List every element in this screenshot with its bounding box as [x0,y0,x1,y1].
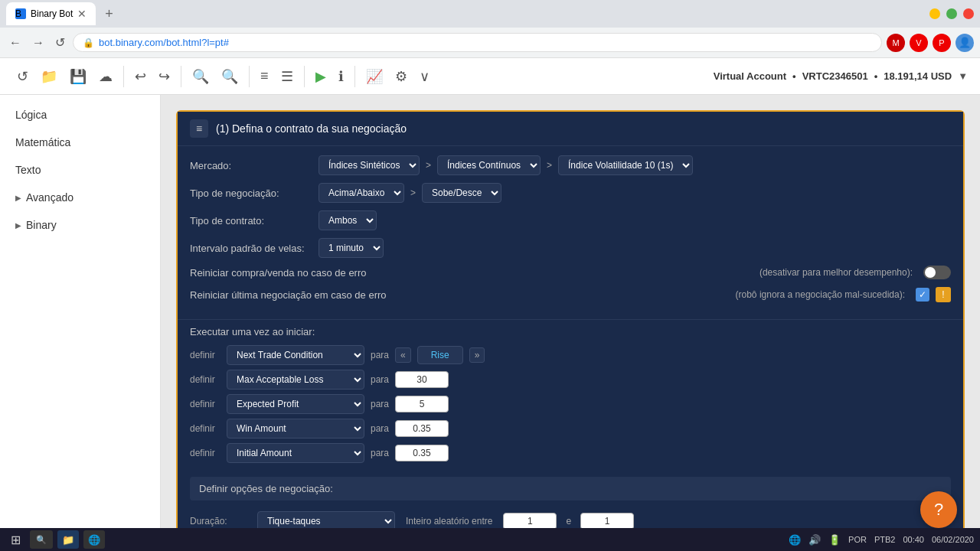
refresh-tool-button[interactable]: ↺ [12,64,33,90]
exec-select-2[interactable]: Expected Profit [227,394,364,414]
mercado-select-3[interactable]: Índice Volatilidade 10 (1s) [558,155,693,175]
exec-definir-3: definir [190,423,220,434]
exec-select-3[interactable]: Win Amount [227,419,364,439]
undo-button[interactable]: ↩ [130,64,151,90]
block-title: (1) Defina o contrato da sua negociação [216,122,407,135]
trade-options-section: Definir opções de negociação: Duração: T… [190,477,951,534]
vpn-icon[interactable]: V [910,34,928,52]
info-button[interactable]: ℹ [334,64,348,90]
mercado-row: Mercado: Índices Sintéticos > Índices Co… [190,155,951,175]
contract-block: ≡ (1) Defina o contrato da sua negociaçã… [176,110,965,545]
exec-input-3[interactable] [395,420,449,437]
exec-row-1: definir Max Acceptable Loss para [190,370,951,390]
exec-input-4[interactable] [395,445,449,461]
zoom-out-button[interactable]: 🔍 [188,64,214,90]
reiniciar1-label: Reiniciar compra/venda no caso de erro [190,267,749,279]
redo-button[interactable]: ↪ [154,64,175,90]
extensions-icon[interactable]: M [887,34,905,52]
open-file-button[interactable]: 📁 [36,64,62,90]
forward-button[interactable]: → [29,33,47,53]
reiniciar2-checkbox[interactable]: ✓ [916,288,929,302]
exec-select-4[interactable]: Initial Amount [227,443,364,463]
sidebar-item-avancado[interactable]: Avançado [0,184,160,211]
exec-select-1[interactable]: Max Acceptable Loss [227,370,364,390]
intervalo-row: Intervalo padrão de velas: 1 minuto [190,238,951,258]
sidebar-item-logica[interactable]: Lógica [0,101,160,129]
contrato-label: Tipo de contrato: [190,215,312,227]
quote-left-0[interactable]: « [395,347,411,363]
exec-select-0[interactable]: Next Trade Condition [227,345,364,365]
separator-3 [249,66,250,87]
browser-titlebar: B Binary Bot ✕ + [0,0,980,28]
exec-input-2[interactable] [395,396,449,412]
exec-row-0: definir Next Trade Condition para « Rise… [190,345,951,365]
random-label: Inteiro aleatório entre [406,516,492,527]
sidebar-item-texto[interactable]: Texto [0,156,160,184]
sidebar-label-matematica: Matemática [15,136,70,148]
sidebar-item-binary[interactable]: Binary [0,211,160,239]
quote-right-0[interactable]: » [469,347,485,363]
browser-tab[interactable]: B Binary Bot ✕ [6,2,96,25]
taskbar-search[interactable]: 🔍 [30,530,53,549]
help-button[interactable]: ? [920,491,957,528]
cloud-button[interactable]: ☁ [94,64,117,90]
save-button[interactable]: 💾 [65,64,91,90]
zoom-in-button[interactable]: 🔍 [217,64,243,90]
taskbar-right: 🌐 🔊 🔋 POR PTB2 00:40 06/02/2020 [789,534,974,546]
exec-para-4: para [371,448,389,458]
arrow-icon-3: > [410,187,416,198]
settings-button[interactable]: ⚙ [390,64,412,90]
refresh-button[interactable]: ↺ [52,32,68,53]
sidebar-item-matematica[interactable]: Matemática [0,129,160,156]
arrow-icon-1: > [426,160,431,171]
list-view-button[interactable]: ≡ [256,64,273,89]
random-val1-input[interactable] [503,513,557,530]
address-text: bot.binary.com/bot.html?l=pt# [99,37,872,48]
execute-label: Executar uma vez ao iniciar: [178,319,963,342]
new-tab-button[interactable]: + [102,6,116,22]
taskbar-battery-icon: 🔋 [828,534,841,546]
window-minimize-button[interactable] [929,8,940,19]
window-maximize-button[interactable] [946,8,957,19]
tab-favicon: B [15,8,26,19]
avatar-icon[interactable]: 👤 [956,34,974,52]
main-layout: Lógica Matemática Texto Avançado Binary … [0,95,980,551]
chart-button[interactable]: 📈 [361,64,387,90]
warning-icon[interactable]: ! [936,287,951,302]
app-toolbar: ↺ 📁 💾 ☁ ↩ ↪ 🔍 🔍 ≡ ☰ ▶ ℹ 📈 ⚙ ∨ Virtual Ac… [0,58,980,95]
grid-view-button[interactable]: ☰ [276,64,298,90]
plugin-icon[interactable]: P [933,34,951,52]
account-dropdown-button[interactable]: ▼ [958,70,968,82]
mercado-select-2[interactable]: Índices Contínuos [437,155,541,175]
block-header-icon: ≡ [190,119,208,138]
form-section: Mercado: Índices Sintéticos > Índices Co… [178,146,963,319]
sidebar-label-logica: Lógica [15,109,47,121]
start-button[interactable]: ⊞ [6,531,25,549]
exec-definir-2: definir [190,399,220,409]
reiniciar2-row: Reiniciar última negociação em caso de e… [190,287,951,302]
negociacao-select-1[interactable]: Acima/Abaixo [318,183,404,203]
back-button[interactable]: ← [6,33,24,53]
taskbar-explorer[interactable]: 📁 [57,530,79,549]
exec-para-2: para [371,399,389,409]
address-bar[interactable]: 🔒 bot.binary.com/bot.html?l=pt# [73,33,882,52]
browser-toolbar-right: M V P 👤 [887,34,974,52]
random-val2-input[interactable] [580,513,634,530]
more-button[interactable]: ∨ [415,64,434,90]
account-balance: 18.191,14 USD [884,70,952,82]
run-button[interactable]: ▶ [311,64,331,90]
tab-close-button[interactable]: ✕ [77,8,87,20]
reiniciar1-toggle[interactable] [923,266,951,279]
window-close-button[interactable] [963,8,974,19]
taskbar-chrome[interactable]: 🌐 [83,530,105,549]
separator-2 [181,66,181,87]
reiniciar1-row: Reiniciar compra/venda no caso de erro (… [190,266,951,279]
mercado-select-1[interactable]: Índices Sintéticos [318,155,420,175]
intervalo-select[interactable]: 1 minuto [318,238,384,258]
exec-para-1: para [371,374,389,385]
separator-1 [123,66,124,87]
sidebar-label-texto: Texto [15,164,41,176]
exec-input-1[interactable] [395,371,449,388]
contrato-select[interactable]: Ambos [318,210,377,230]
negociacao-select-2[interactable]: Sobe/Desce [422,183,501,203]
